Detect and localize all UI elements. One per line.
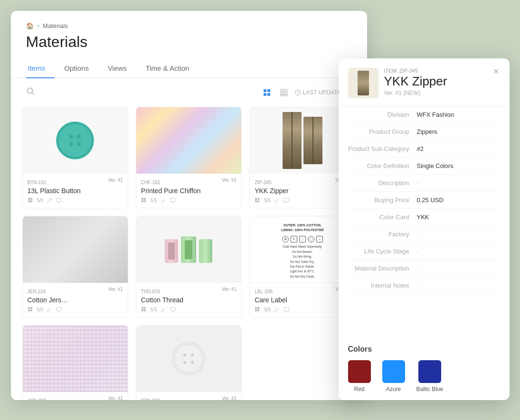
detail-fields: Division WFX Fashion Product Group Zippe… [339,106,510,337]
detail-label-description: Description [348,179,417,187]
detail-label-buying-price: Buying Price [348,196,417,204]
color-item-azure[interactable]: Azure [382,360,405,392]
tab-options[interactable]: Options [62,58,98,78]
item-thumb-thd-876 [136,216,241,283]
grid-icon [28,197,34,204]
grid-view-button[interactable] [260,86,274,99]
item-card-jcd-768[interactable]: JCD-768 Ver. #1 Woven Jacquard 5/5 [22,325,128,400]
svg-rect-25 [28,307,30,309]
svg-rect-31 [142,309,143,311]
detail-label-color-card: Color Card [348,214,417,221]
detail-label-color-definition: Color Definition [348,162,417,169]
search-icon[interactable] [26,87,35,98]
breadcrumb-current: Materials [43,22,68,29]
detail-value-life-cycle-stage: - [417,248,500,255]
item-code: THD-876 [141,289,161,294]
item-card-chf-102[interactable]: CHF-102 Ver. #1 Printed Pure Chiffon 5/5 [136,107,242,208]
svg-rect-5 [267,93,270,96]
edit-icon [46,307,53,313]
svg-rect-28 [30,309,32,311]
svg-rect-2 [264,89,266,92]
color-name-azure: Azure [386,386,401,392]
svg-rect-24 [257,200,259,202]
item-info-btn-102: BTN-102 Ver. #1 15L Plastic B… 5/5 [136,392,241,400]
item-name: Printed Pure Chiffon [141,187,236,195]
item-card-jer-224[interactable]: JER-224 Ver. #1 Cotton Jers… 5/5 [22,216,128,317]
item-card-btn-102[interactable]: BTN-102 Ver. #1 15L Plastic B… 5/5 [136,325,242,400]
home-icon[interactable]: 🏠 [26,22,34,29]
colors-row: Red Azure Baltic Blue [348,360,500,392]
grid-icon [141,197,148,204]
color-swatch-baltic-blue [418,360,441,383]
detail-label-division: Division [348,111,417,118]
comment-icon [56,197,62,204]
tab-time-and-action[interactable]: Time & Action [144,58,199,78]
item-thumb-btn-101 [23,107,128,174]
detail-header: ITEM: ZIP-345 YKK Zipper Ver. #1 (NEW) ✕ [339,58,510,106]
item-info-jcd-768: JCD-768 Ver. #1 Woven Jacquard 5/5 [23,392,128,400]
grid-icon [255,197,261,204]
item-code: ZIP-345 [255,180,272,185]
grid-icon [141,307,148,313]
detail-row-buying-price: Buying Price 0.25 USD [348,192,500,209]
detail-label-product-sub-category: Product Sub-Category [348,145,417,152]
item-code: CHF-102 [141,180,161,185]
edit-icon [274,197,280,204]
svg-rect-14 [30,198,32,200]
item-version: Ver. #1 [222,177,236,183]
list-view-button[interactable] [277,86,291,99]
tab-views[interactable]: Views [106,58,136,78]
svg-rect-35 [255,309,257,311]
detail-value-color-definition: Single Colors [417,162,500,169]
detail-value-division: WFX Fashion [417,111,500,118]
colors-title: Colors [348,345,500,354]
svg-rect-22 [257,198,259,200]
detail-value-product-group: Zippers [417,128,500,135]
item-thumb-jcd-768 [23,326,128,392]
detail-row-product-sub-category: Product Sub-Category #2 [348,140,500,158]
item-score: 5/5 [37,198,44,203]
item-actions: 5/5 [28,197,123,205]
detail-row-internal-notes: Internal Notes - [348,277,500,294]
close-button[interactable]: ✕ [491,66,502,77]
item-card-thd-876[interactable]: THD-876 Ver. #1 Cotton Thread 5/5 [136,216,242,317]
item-version: Ver. #1 [108,396,123,400]
svg-rect-34 [257,307,259,309]
tab-items[interactable]: Items [26,58,55,78]
svg-rect-20 [144,200,146,202]
detail-label-factory: Factory [348,231,417,238]
color-item-red[interactable]: Red [348,360,371,392]
detail-row-description: Description - [348,175,500,192]
item-code: JCD-768 [28,398,46,400]
page-title: Materials [11,33,367,58]
detail-label-internal-notes: Internal Notes [348,282,417,289]
color-name-baltic-blue: Baltic Blue [416,386,444,392]
item-actions: 5/5 [141,197,236,205]
color-name-red: Red [354,386,364,392]
item-code: JER-224 [28,289,46,294]
item-name: Care Label [255,296,350,304]
detail-label-life-cycle-stage: Life Cycle Stage [348,248,417,255]
colors-section: Colors Red Azure Baltic Blue [339,337,510,400]
item-version: Ver. #1 [108,177,123,183]
detail-value-color-card: YKK [417,214,500,221]
item-actions: 5/5 [255,197,350,205]
comment-icon [170,307,176,313]
svg-rect-8 [281,92,283,94]
svg-rect-10 [281,94,283,96]
item-score: 5/5 [264,307,271,312]
item-code: BTN-101 [28,180,47,185]
detail-label-material-description: Material Description [348,265,417,272]
detail-value-factory: - [417,231,500,238]
detail-row-life-cycle-stage: Life Cycle Stage - [348,243,500,260]
svg-rect-36 [257,309,259,311]
detail-row-division: Division WFX Fashion [348,106,500,123]
svg-rect-21 [255,198,257,200]
svg-rect-23 [255,200,257,202]
svg-rect-17 [142,198,143,200]
comment-icon [170,197,176,204]
item-thumb-jer-224 [23,216,128,283]
item-card-btn-101[interactable]: BTN-101 Ver. #1 13L Plastic Button 5/5 [22,107,128,208]
color-item-baltic-blue[interactable]: Baltic Blue [416,360,444,392]
detail-item-name: YKK Zipper [384,75,500,88]
